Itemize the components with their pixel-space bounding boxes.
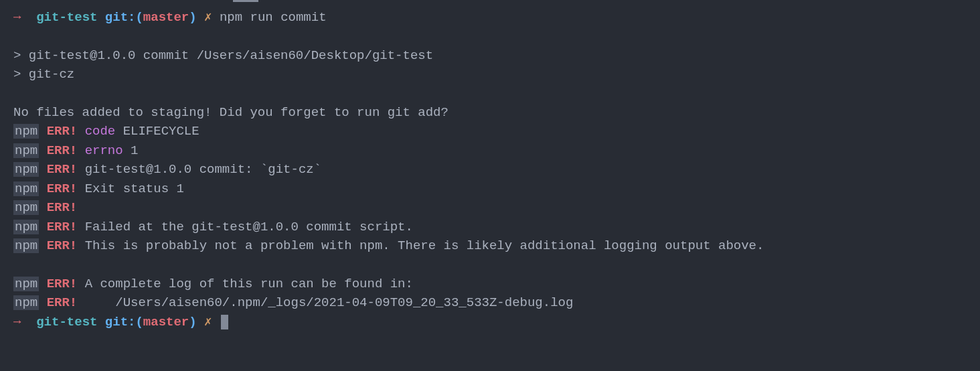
err-key: code (85, 124, 116, 139)
error-line: npm ERR! git-test@1.0.0 commit: `git-cz` (13, 160, 967, 179)
dirty-icon: ✗ (204, 315, 212, 329)
git-prefix: git:( (105, 315, 143, 329)
err-label: ERR! (47, 143, 78, 158)
dirty-icon: ✗ (204, 10, 212, 25)
err-text: /Users/aisen60/.npm/_logs/2021-04-09T09_… (77, 295, 573, 310)
prompt-line-2: → git-test git:(master) ✗ (13, 313, 967, 332)
npm-label: npm (13, 162, 39, 177)
err-label: ERR! (47, 162, 78, 177)
error-line: npm ERR! Exit status 1 (13, 179, 967, 199)
prompt-directory: git-test (36, 315, 97, 329)
output-line: No files added to staging! Did you forge… (13, 103, 967, 123)
err-text: This is probably not a problem with npm.… (77, 238, 764, 253)
err-text: A complete log of this run can be found … (77, 277, 413, 291)
err-label: ERR! (47, 124, 78, 139)
err-label: ERR! (47, 277, 78, 291)
npm-label: npm (13, 181, 39, 196)
error-line: npm ERR! /Users/aisen60/.npm/_logs/2021-… (13, 293, 967, 313)
npm-label: npm (13, 277, 39, 291)
error-line: npm ERR! Failed at the git-test@1.0.0 co… (13, 218, 967, 237)
npm-label: npm (13, 143, 39, 158)
output-line: > git-cz (13, 65, 967, 84)
prompt-arrow-icon: → (13, 315, 21, 329)
npm-label: npm (13, 295, 39, 310)
prompt-directory: git-test (36, 10, 97, 25)
cursor[interactable] (221, 315, 228, 329)
npm-label: npm (13, 200, 39, 215)
err-text: git-test@1.0.0 commit: `git-cz` (77, 162, 321, 177)
prompt-arrow-icon: → (13, 10, 21, 25)
git-branch: master (143, 10, 189, 25)
error-line: npm ERR! (13, 198, 967, 218)
err-value: 1 (123, 143, 139, 158)
blank-line (13, 27, 967, 46)
err-label: ERR! (47, 181, 78, 196)
git-suffix: ) (189, 315, 196, 329)
git-branch: master (143, 315, 189, 329)
err-label: ERR! (47, 200, 78, 215)
error-line: npm ERR! errno 1 (13, 141, 967, 161)
git-prefix: git:( (105, 10, 143, 25)
command-text: npm run commit (220, 10, 327, 25)
blank-line (13, 256, 967, 275)
npm-label: npm (13, 238, 39, 253)
npm-label: npm (13, 124, 39, 139)
err-label: ERR! (47, 295, 78, 310)
err-text: Failed at the git-test@1.0.0 commit scri… (77, 220, 413, 234)
git-suffix: ) (189, 10, 196, 25)
err-label: ERR! (47, 220, 78, 234)
prompt-line-1: → git-test git:(master) ✗ npm run commit (13, 8, 967, 27)
blank-line (13, 84, 967, 103)
error-line: npm ERR! code ELIFECYCLE (13, 122, 967, 141)
tab-indicator (233, 0, 258, 2)
err-text: Exit status 1 (77, 181, 184, 196)
error-line: npm ERR! This is probably not a problem … (13, 236, 967, 256)
err-value: ELIFECYCLE (115, 124, 199, 139)
npm-label: npm (13, 220, 39, 234)
output-line: > git-test@1.0.0 commit /Users/aisen60/D… (13, 46, 967, 66)
terminal-output[interactable]: → git-test git:(master) ✗ npm run commit… (13, 8, 967, 331)
err-key: errno (85, 143, 123, 158)
err-label: ERR! (47, 238, 78, 253)
error-line: npm ERR! A complete log of this run can … (13, 275, 967, 294)
